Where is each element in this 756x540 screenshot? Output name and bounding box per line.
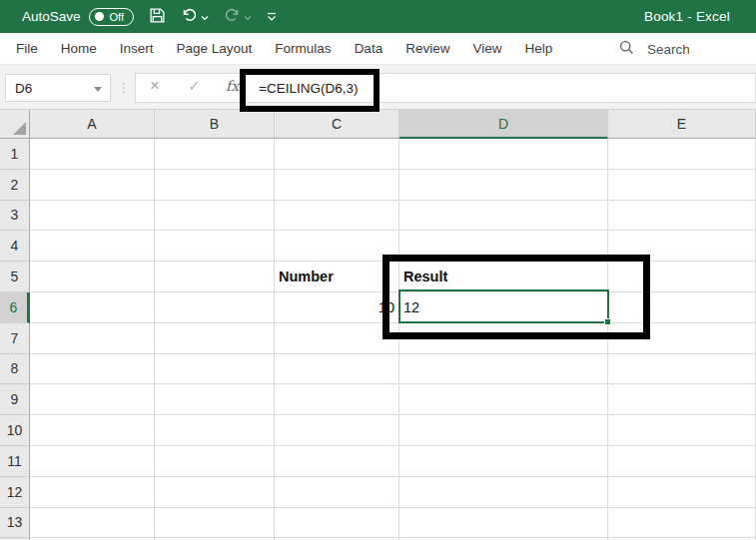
- undo-dropdown-icon[interactable]: [201, 9, 209, 24]
- cell-B1[interactable]: [155, 139, 275, 170]
- row-header-6[interactable]: 6: [0, 292, 30, 323]
- cell-E11[interactable]: [608, 446, 756, 477]
- row-header-10[interactable]: 10: [0, 415, 30, 446]
- spreadsheet-grid[interactable]: ABCDE12345NumberResult610127891011121314: [0, 110, 756, 540]
- cell-D7[interactable]: [399, 323, 608, 354]
- cell-D4[interactable]: [399, 231, 608, 262]
- cell-B12[interactable]: [155, 477, 275, 508]
- tab-formulas[interactable]: Formulas: [275, 41, 331, 56]
- cell-E4[interactable]: [608, 231, 756, 262]
- row-header-11[interactable]: 11: [0, 446, 30, 477]
- column-header-e[interactable]: E: [608, 110, 756, 139]
- column-header-a[interactable]: A: [30, 110, 155, 139]
- cell-E2[interactable]: [608, 170, 756, 201]
- row-header-12[interactable]: 12: [0, 477, 30, 508]
- cell-D9[interactable]: [399, 384, 608, 415]
- cell-D12[interactable]: [399, 477, 608, 508]
- column-header-c[interactable]: C: [275, 110, 399, 139]
- row-header-3[interactable]: 3: [0, 201, 30, 232]
- cell-C13[interactable]: [275, 508, 399, 539]
- cell-B2[interactable]: [155, 170, 275, 201]
- row-header-9[interactable]: 9: [0, 384, 30, 415]
- cell-C4[interactable]: [275, 231, 399, 262]
- formula-text[interactable]: =CEILING(D6,3): [259, 74, 358, 102]
- cell-C8[interactable]: [275, 354, 399, 385]
- cell-D5[interactable]: Result: [399, 262, 608, 292]
- tab-view[interactable]: View: [472, 41, 501, 56]
- autosave-control[interactable]: AutoSave Off: [22, 8, 134, 26]
- cell-E7[interactable]: [608, 323, 756, 354]
- tab-review[interactable]: Review: [405, 41, 449, 56]
- cell-A7[interactable]: [30, 323, 155, 354]
- cell-A6[interactable]: [30, 292, 155, 323]
- row-header-4[interactable]: 4: [0, 231, 30, 262]
- cell-C7[interactable]: [275, 323, 399, 354]
- cell-B4[interactable]: [155, 231, 275, 262]
- cell-B11[interactable]: [155, 446, 275, 477]
- tab-home[interactable]: Home: [61, 41, 97, 56]
- tab-data[interactable]: Data: [355, 41, 383, 56]
- cell-B8[interactable]: [155, 354, 275, 385]
- name-box[interactable]: D6: [5, 74, 111, 102]
- cell-E6[interactable]: [608, 292, 756, 323]
- select-all-button[interactable]: [0, 110, 30, 139]
- cell-E10[interactable]: [608, 415, 756, 446]
- row-header-13[interactable]: 13: [0, 508, 30, 539]
- quick-access-toolbar-button[interactable]: [267, 9, 277, 24]
- cell-D6[interactable]: 12: [399, 292, 608, 323]
- cell-C1[interactable]: [275, 139, 399, 170]
- save-button[interactable]: [149, 7, 166, 27]
- cell-D8[interactable]: [399, 354, 608, 385]
- cell-C9[interactable]: [275, 384, 399, 415]
- column-header-d[interactable]: D: [399, 110, 608, 139]
- cell-C11[interactable]: [275, 446, 399, 477]
- autosave-toggle[interactable]: Off: [89, 8, 134, 26]
- cell-A5[interactable]: [30, 262, 155, 292]
- cell-C3[interactable]: [275, 201, 399, 232]
- cell-D10[interactable]: [399, 415, 608, 446]
- cell-C12[interactable]: [275, 477, 399, 508]
- row-header-2[interactable]: 2: [0, 170, 30, 201]
- cell-E13[interactable]: [608, 508, 756, 539]
- row-header-5[interactable]: 5: [0, 262, 30, 292]
- cell-D11[interactable]: [399, 446, 608, 477]
- column-header-b[interactable]: B: [155, 110, 275, 139]
- cell-B9[interactable]: [155, 384, 275, 415]
- cell-E1[interactable]: [608, 139, 756, 170]
- cell-A2[interactable]: [30, 170, 155, 201]
- cell-C10[interactable]: [275, 415, 399, 446]
- cell-D2[interactable]: [399, 170, 608, 201]
- cell-A11[interactable]: [30, 446, 155, 477]
- cell-A1[interactable]: [30, 139, 155, 170]
- enter-icon[interactable]: ✓: [188, 77, 201, 95]
- cell-B5[interactable]: [155, 262, 275, 292]
- cell-A10[interactable]: [30, 415, 155, 446]
- formula-input-area[interactable]: × ✓ fx =CEILING(D6,3): [135, 73, 756, 103]
- cell-B13[interactable]: [155, 508, 275, 539]
- cell-A8[interactable]: [30, 354, 155, 385]
- cell-E8[interactable]: [608, 354, 756, 385]
- cell-E9[interactable]: [608, 384, 756, 415]
- cell-A12[interactable]: [30, 477, 155, 508]
- cell-B3[interactable]: [155, 201, 275, 232]
- cancel-icon[interactable]: ×: [150, 76, 160, 96]
- tab-page-layout[interactable]: Page Layout: [177, 41, 253, 56]
- cell-C2[interactable]: [275, 170, 399, 201]
- cell-B6[interactable]: [155, 292, 275, 323]
- search-box[interactable]: Search: [619, 33, 690, 65]
- insert-function-icon[interactable]: fx: [226, 78, 239, 94]
- cell-E12[interactable]: [608, 477, 756, 508]
- tab-insert[interactable]: Insert: [120, 41, 154, 56]
- cell-E3[interactable]: [608, 201, 756, 232]
- cell-C6[interactable]: 10: [275, 292, 399, 323]
- cell-D1[interactable]: [399, 139, 608, 170]
- row-header-7[interactable]: 7: [0, 323, 30, 354]
- cell-B7[interactable]: [155, 323, 275, 354]
- cell-A9[interactable]: [30, 384, 155, 415]
- row-header-8[interactable]: 8: [0, 354, 30, 385]
- row-header-1[interactable]: 1: [0, 139, 30, 170]
- cell-E5[interactable]: [608, 262, 756, 292]
- tab-file[interactable]: File: [16, 41, 38, 56]
- cell-A4[interactable]: [30, 231, 155, 262]
- tab-help[interactable]: Help: [524, 41, 552, 56]
